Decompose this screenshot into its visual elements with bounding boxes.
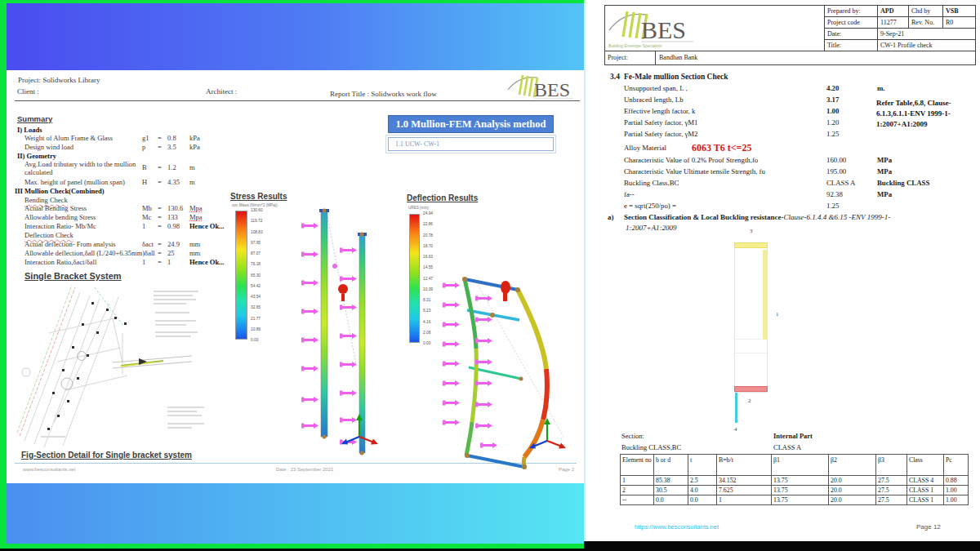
- geometry-row: Avg.Load tributary width to the mullion …: [7, 160, 276, 178]
- bending-row-val: 133: [167, 213, 178, 221]
- deflection-row-eq: =: [158, 240, 162, 248]
- param-unit: m.: [877, 84, 885, 92]
- legend-tick: 16.63: [423, 255, 433, 259]
- table-cell: 0.0: [654, 495, 688, 505]
- load-row-eq: =: [158, 143, 162, 151]
- footer-site-link[interactable]: https://www.besconsultants.net: [635, 523, 719, 531]
- buckling-class-label: Buckling CLASS,BC: [621, 443, 681, 451]
- summary-link[interactable]: Summary: [17, 114, 52, 123]
- load-row-eq: =: [158, 134, 162, 142]
- load-row-unit: kPa: [189, 143, 200, 151]
- header-rule: [15, 100, 580, 101]
- deflection-row-unit: mm: [189, 240, 200, 248]
- legend-tick: 8.31: [423, 298, 433, 302]
- sketch-label-2: 2: [748, 398, 751, 404]
- table-row: --0.00.0113.7520.027.5CLASS 11.00: [621, 495, 969, 505]
- footer-page-number: Page 12: [916, 523, 941, 531]
- buckling-table: Element nob or dtB=b/tβ1β2β3ClassPc185.3…: [620, 454, 969, 505]
- param-row: Characteristic Value of 0.2% Proof Stren…: [586, 156, 980, 167]
- deflection-row-sym: 1: [142, 258, 145, 266]
- logo-tagline: Building Envelope Specialists: [608, 43, 662, 48]
- footer-site[interactable]: www.besconsultants.net: [23, 467, 75, 472]
- section-type-label: Section:: [621, 432, 644, 440]
- clause-a-italic: Clause-6.1.4.4 &6.15 -ENV 1999-1-: [784, 213, 891, 221]
- section-stem: [735, 393, 737, 423]
- geometry-row-unit: m: [189, 178, 195, 186]
- param-row: fa--92.38MPa: [586, 190, 980, 201]
- legend-tick: 43.54: [251, 295, 263, 299]
- stress-results-link[interactable]: Stress Results: [230, 192, 287, 201]
- project-code-value: 11277: [880, 19, 897, 26]
- clause-a-italic2: 1:2007+A1:2009: [626, 224, 677, 232]
- deflection-row-val: 1: [167, 258, 171, 266]
- loads-heading: I) Loads: [17, 126, 42, 134]
- load-row-unit: kPa: [189, 134, 200, 142]
- reference-note-line: Refer Table,6.8, Clause-: [876, 98, 980, 109]
- legend-tick: 32.65: [251, 305, 263, 309]
- param-unit: MPa: [877, 190, 892, 198]
- table-cell: 30.5: [654, 486, 688, 495]
- column-header: β1: [772, 455, 829, 476]
- legend-tick: 6.23: [423, 309, 433, 313]
- load-row: Design wind loadp=3.5kPa: [7, 143, 276, 152]
- legend-tick: 54.42: [251, 284, 263, 288]
- param-value: 3.17: [826, 96, 839, 104]
- param-value: 92.38: [826, 190, 843, 198]
- geometry-rows: Avg.Load tributary width to the mullion …: [7, 160, 276, 187]
- bes-logo: BES: [506, 72, 575, 104]
- deflection-legend-title: URES (mm): [408, 206, 429, 210]
- checked-by-value: VSB: [946, 7, 959, 15]
- title-value: CW-1 Profile check: [880, 42, 933, 49]
- table-cell: 20.0: [829, 495, 876, 505]
- legend-tick: 0.00: [251, 338, 263, 342]
- fig-caption-link[interactable]: Fig-Section Detail for Single bracket sy…: [21, 451, 192, 460]
- stress-legend-title: von Mises (N/mm^2 (MPa)): [232, 203, 278, 207]
- table-cell: 13.75: [772, 486, 829, 495]
- section-bottom-flange: [734, 386, 768, 392]
- param-unit: MPa: [877, 156, 892, 164]
- legend-tick: 12.47: [423, 277, 433, 281]
- table-cell: 4.0: [688, 486, 717, 495]
- single-bracket-link[interactable]: Single Bracket System: [24, 271, 122, 281]
- report-title: Report Title : Solidworks work flow: [330, 90, 437, 98]
- table-cell: 13.75: [772, 495, 829, 505]
- section-heading: Fe-Male mullion Section Check: [624, 73, 728, 81]
- bending-row-label: Interaction Ratio- Mb/Mc: [24, 222, 96, 230]
- legend-tick: 87.07: [251, 251, 263, 256]
- geometry-row-eq: =: [158, 163, 162, 171]
- legend-tick: 130.60: [251, 208, 263, 212]
- stress-legend-labels: 130.60119.72108.8397.9587.0776.1865.3054…: [251, 208, 263, 342]
- param-label: Alloy Material: [624, 144, 666, 152]
- param-label: e = sqrt(250/po) =: [624, 202, 676, 210]
- axis-triad-icon: [337, 409, 382, 450]
- table-cell: 0.0: [688, 495, 717, 505]
- table-cell: 27.5: [876, 495, 907, 505]
- geometry-row-sym: H: [142, 178, 147, 186]
- bending-row-unit: Mpa: [189, 204, 203, 212]
- table-cell: CLASS 4: [907, 476, 944, 486]
- column-header: B=b/t: [717, 455, 772, 476]
- legend-tick: 76.18: [251, 262, 263, 266]
- deflection-legend-labels: 24.9422.8620.7818.7016.6314.5512.4710.39…: [423, 211, 433, 345]
- deflection-row-val: 24.9: [167, 240, 180, 248]
- param-row: Buckling Class,BCCLASS ABuckling CLASS: [586, 179, 980, 189]
- table-cell: 85.38: [654, 476, 688, 486]
- deflection-row-label: Interaction Ratio,δact/δall: [24, 258, 96, 266]
- table-cell: --: [621, 495, 654, 505]
- bending-row-val: 130.6: [167, 204, 183, 212]
- legend-tick: 97.95: [251, 241, 263, 245]
- screen: Project: Solidworks Library Client : Arc…: [0, 0, 980, 551]
- param-value: CLASS A: [826, 179, 855, 187]
- legend-tick: 10.89: [251, 327, 263, 331]
- param-label: Characteristic Value of 0.2% Proof Stren…: [624, 156, 758, 164]
- legend-tick: 108.83: [251, 230, 263, 234]
- column-header: Class: [907, 455, 944, 476]
- right-report-page: Prepared by: APD Chd by VSB Project code…: [584, 0, 980, 541]
- legend-tick: 18.70: [423, 244, 433, 248]
- table-cell: 0.88: [944, 476, 969, 486]
- bending-row-label: Allowable bending Stress: [24, 213, 96, 221]
- load-row-sym: g1: [142, 134, 149, 142]
- prepared-by-label: Prepared by:: [827, 7, 861, 15]
- subsection-box: 1.1 UCW- CW-1: [388, 137, 554, 151]
- logo-text: BES: [534, 79, 570, 100]
